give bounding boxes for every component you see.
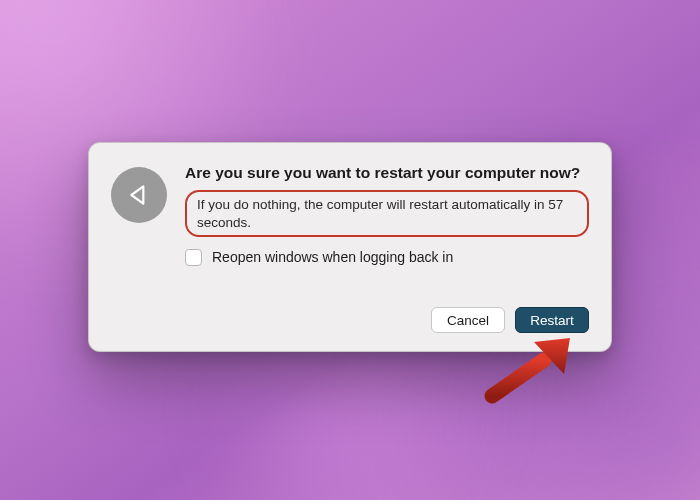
reopen-windows-checkbox[interactable] — [185, 249, 202, 266]
cancel-button[interactable]: Cancel — [431, 307, 505, 333]
reopen-windows-option[interactable]: Reopen windows when logging back in — [185, 249, 589, 266]
reopen-windows-label: Reopen windows when logging back in — [212, 249, 453, 265]
restart-confirmation-dialog: Are you sure you want to restart your co… — [88, 142, 612, 352]
restart-icon — [111, 167, 167, 223]
annotation-highlight-box: If you do nothing, the computer will res… — [185, 190, 589, 237]
dialog-message: If you do nothing, the computer will res… — [197, 196, 577, 231]
dialog-content: Are you sure you want to restart your co… — [185, 163, 589, 333]
dialog-title: Are you sure you want to restart your co… — [185, 163, 589, 182]
dialog-button-row: Cancel Restart — [185, 307, 589, 333]
triangle-left-icon — [126, 182, 152, 208]
dialog-icon-column — [111, 163, 167, 333]
restart-button[interactable]: Restart — [515, 307, 589, 333]
